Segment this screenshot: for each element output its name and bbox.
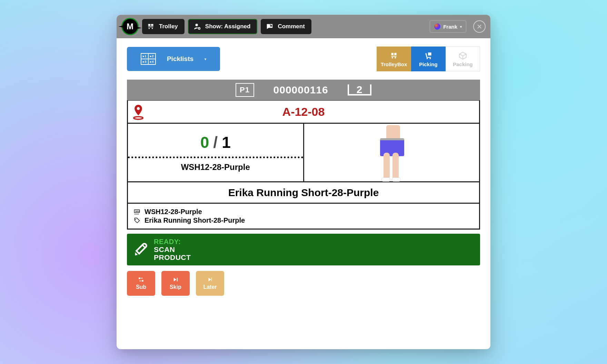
comment-label: Comment (278, 23, 305, 30)
skip-button[interactable]: Skip (161, 271, 190, 296)
product-mid-row: 0 / 1 WSH12-28-Purple (127, 124, 480, 182)
top-toolbar: ▸1▸2▸3▸4 Picklists ▾ TrolleyBox Picking … (127, 47, 480, 71)
qty-separator: / (213, 133, 218, 152)
close-icon (477, 24, 482, 29)
trolley-button[interactable]: Trolley (142, 19, 185, 34)
ready-title: READY: (154, 238, 191, 246)
username: Frank (443, 24, 457, 30)
chevron-down-icon: ▾ (460, 25, 462, 29)
later-label: Later (203, 284, 217, 290)
avatar-icon (434, 23, 440, 30)
sku-large: WSH12-28-Purple (181, 162, 250, 172)
substitute-icon (138, 276, 145, 283)
svg-rect-20 (139, 277, 140, 279)
ready-text: READY: SCAN PRODUCT (154, 238, 191, 261)
product-name-row: Erika Running Short-28-Purple (127, 182, 480, 204)
svg-point-10 (395, 57, 396, 58)
tab-trolleybox-label: TrolleyBox (381, 61, 407, 67)
main-content: ▸1▸2▸3▸4 Picklists ▾ TrolleyBox Picking … (117, 38, 490, 349)
dotted-divider (128, 156, 303, 158)
svg-point-12 (427, 58, 428, 59)
svg-point-9 (392, 57, 393, 58)
location-row: A-12-08 (127, 100, 480, 124)
chevron-down-icon: ▾ (205, 57, 206, 61)
pick-header: P1 000000116 2 (127, 80, 480, 100)
svg-point-16 (137, 107, 140, 110)
quantity-display: 0 / 1 (200, 133, 231, 152)
meta-name: Erika Running Short-28-Purple (145, 216, 245, 224)
product-meta-row: SKU WSH12-28-Purple Erika Running Short-… (127, 204, 480, 230)
meta-sku: WSH12-28-Purple (145, 208, 202, 216)
later-icon (207, 276, 213, 283)
comment-icon (266, 23, 273, 30)
svg-rect-22 (177, 278, 178, 282)
sub-label: Sub (136, 284, 146, 290)
skip-label: Skip (170, 284, 181, 290)
mode-tabs: TrolleyBox Picking Packing (377, 47, 480, 71)
tag-icon (133, 217, 140, 224)
tab-trolleybox[interactable]: TrolleyBox (377, 47, 411, 71)
sku-icon: SKU (133, 209, 140, 215)
svg-point-19 (135, 219, 136, 220)
svg-rect-11 (391, 56, 396, 57)
packing-icon (458, 51, 468, 60)
location-code: A-12-08 (282, 105, 325, 119)
tab-packing[interactable]: Packing (446, 47, 480, 71)
line-number: 2 (348, 84, 372, 95)
close-button[interactable] (473, 20, 486, 33)
product-image-cell (304, 124, 479, 181)
picklists-icon: ▸1▸2▸3▸4 (141, 53, 156, 65)
tab-picking-label: Picking (419, 61, 437, 67)
later-button[interactable]: Later (196, 271, 224, 296)
ready-status-bar: READY: SCAN PRODUCT (127, 234, 480, 265)
svg-point-3 (152, 28, 153, 29)
svg-rect-4 (148, 27, 153, 27)
barcode-scanner-icon (132, 242, 148, 257)
svg-rect-0 (148, 24, 150, 26)
svg-point-15 (134, 117, 143, 119)
skip-icon (172, 276, 179, 283)
product-name: Erika Running Short-28-Purple (228, 187, 379, 199)
svg-rect-21 (142, 280, 143, 282)
app-window: M Trolley Show: Assigned Comment Frank ▾ (117, 15, 490, 349)
required-qty: 1 (222, 133, 231, 152)
titlebar: M Trolley Show: Assigned Comment Frank ▾ (117, 15, 490, 38)
trolley-label: Trolley (159, 23, 178, 30)
ready-line2: PRODUCT (154, 254, 191, 261)
tab-packing-label: Packing (453, 61, 473, 67)
action-row: Sub Skip Later (127, 271, 480, 296)
location-pin-icon (131, 103, 145, 120)
svg-rect-8 (394, 53, 397, 55)
picklists-label: Picklists (167, 55, 193, 63)
svg-rect-14 (428, 52, 431, 55)
svg-point-2 (149, 28, 150, 29)
app-logo-icon: M (121, 18, 139, 35)
order-number: 000000116 (273, 84, 328, 96)
picking-icon (423, 51, 434, 60)
svg-rect-1 (151, 24, 153, 26)
product-image (372, 125, 410, 180)
position-badge: P1 (236, 83, 254, 97)
svg-point-13 (429, 58, 431, 59)
sub-button[interactable]: Sub (127, 271, 155, 296)
show-filter-button[interactable]: Show: Assigned (188, 19, 258, 34)
user-menu[interactable]: Frank ▾ (430, 20, 466, 33)
svg-rect-7 (391, 53, 394, 55)
ready-line1: SCAN (154, 246, 191, 253)
trolley-icon (147, 23, 155, 30)
comment-button[interactable]: Comment (261, 19, 311, 34)
person-check-icon (193, 23, 201, 30)
show-filter-label: Show: Assigned (205, 23, 251, 30)
picklists-dropdown[interactable]: ▸1▸2▸3▸4 Picklists ▾ (127, 47, 220, 71)
qty-sku-cell: 0 / 1 WSH12-28-Purple (128, 124, 304, 181)
svg-point-5 (195, 24, 198, 26)
picked-qty: 0 (200, 133, 209, 152)
tab-picking[interactable]: Picking (411, 47, 446, 71)
svg-text:SKU: SKU (135, 210, 139, 212)
trolleybox-icon (389, 51, 399, 60)
svg-rect-23 (211, 278, 212, 282)
